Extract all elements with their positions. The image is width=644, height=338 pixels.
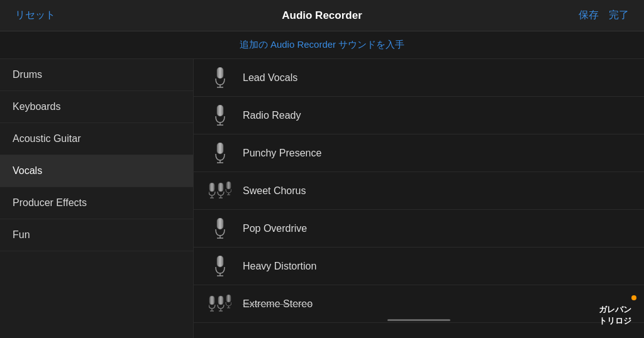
sidebar-item-fun[interactable]: Fun: [0, 219, 193, 251]
scroll-indicator: [387, 319, 450, 321]
svg-rect-0: [217, 67, 223, 79]
list-item-heavy-distortion[interactable]: Heavy Distortion: [194, 248, 644, 285]
svg-rect-27: [218, 296, 223, 305]
list-item-radio-ready[interactable]: Radio Ready: [194, 97, 644, 134]
main-list: Lead Vocals Radio Ready: [194, 59, 644, 338]
sidebar-item-acoustic-guitar[interactable]: Acoustic Guitar: [0, 123, 193, 155]
svg-rect-6: [217, 143, 223, 154]
watermark: ガレバン トリロジ: [599, 304, 631, 327]
save-button[interactable]: 保存: [579, 9, 599, 22]
orange-dot-indicator: [631, 295, 636, 300]
svg-rect-3: [217, 105, 223, 116]
svg-rect-30: [226, 295, 231, 302]
mic-group-icon: [209, 180, 231, 202]
mic-single-icon: [209, 67, 231, 89]
list-item-extreme-stereo[interactable]: Extreme Stereo: [194, 285, 644, 323]
sidebar-item-drums[interactable]: Drums: [0, 59, 193, 91]
list-item-heavy-distortion-label: Heavy Distortion: [243, 261, 316, 272]
svg-rect-15: [226, 182, 231, 189]
list-item-sweet-chorus[interactable]: Sweet Chorus: [194, 172, 644, 210]
list-item-lead-vocals[interactable]: Lead Vocals: [194, 59, 644, 97]
done-button[interactable]: 完了: [609, 9, 629, 22]
mic-single-icon: [209, 142, 231, 165]
mic-single-icon: [209, 104, 231, 127]
header-left: リセット: [15, 9, 91, 22]
list-item-lead-vocals-label: Lead Vocals: [243, 72, 297, 84]
header: リセット Audio Recorder 保存 完了: [0, 0, 644, 31]
sidebar-item-keyboards[interactable]: Keyboards: [0, 91, 193, 123]
header-right: 保存 完了: [553, 9, 629, 22]
mic-single-icon: [209, 217, 231, 240]
list-item-extreme-stereo-label: Extreme Stereo: [243, 298, 313, 310]
list-item-radio-ready-label: Radio Ready: [243, 110, 301, 121]
mic-group-icon: [209, 293, 231, 315]
svg-rect-12: [218, 183, 223, 192]
list-item-punchy-presence-label: Punchy Presence: [243, 148, 321, 159]
list-item-punchy-presence[interactable]: Punchy Presence: [194, 134, 644, 172]
mic-single-icon: [209, 255, 231, 278]
content: Drums Keyboards Acoustic Guitar Vocals P…: [0, 59, 644, 338]
sidebar-item-producer-effects[interactable]: Producer Effects: [0, 187, 193, 219]
svg-rect-9: [209, 183, 214, 192]
svg-rect-24: [209, 296, 214, 305]
reset-button[interactable]: リセット: [15, 9, 55, 22]
list-item-sweet-chorus-label: Sweet Chorus: [243, 185, 306, 197]
sidebar: Drums Keyboards Acoustic Guitar Vocals P…: [0, 59, 194, 338]
list-item-pop-overdrive-label: Pop Overdrive: [243, 223, 307, 234]
svg-rect-21: [217, 256, 223, 267]
list-item-pop-overdrive[interactable]: Pop Overdrive: [194, 210, 644, 248]
svg-rect-18: [217, 218, 223, 229]
sidebar-item-vocals[interactable]: Vocals: [0, 155, 193, 187]
header-title: Audio Recorder: [91, 9, 553, 22]
store-banner[interactable]: 追加の Audio Recorder サウンドを入手: [0, 31, 644, 59]
